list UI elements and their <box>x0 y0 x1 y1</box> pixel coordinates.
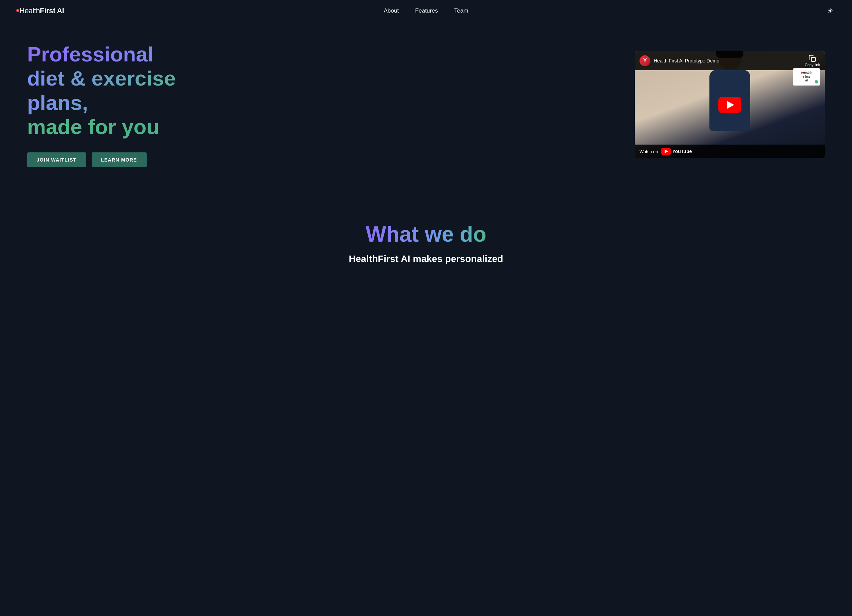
nav-features[interactable]: Features <box>415 8 438 14</box>
section-title: What we do <box>27 222 825 247</box>
hero-section: Professional diet & exercise plans, made… <box>0 22 852 195</box>
learn-more-button[interactable]: LEARN MORE <box>92 152 147 167</box>
video-top-bar: Y Health First AI Prototype Demo Copy li… <box>635 51 825 70</box>
video-channel-info: Y Health First AI Prototype Demo <box>639 55 719 66</box>
hero-title-line1: Professional <box>27 42 204 66</box>
title-word-what: What <box>366 222 418 246</box>
copy-label: Copy link <box>805 63 820 67</box>
video-title: Health First AI Prototype Demo <box>654 58 719 63</box>
youtube-icon <box>661 148 671 155</box>
channel-mini-logo: Health First AI <box>796 71 817 83</box>
hero-buttons: JOIN WAITLIST LEARN MORE <box>27 152 204 167</box>
video-copy-button[interactable]: Copy link <box>805 54 820 67</box>
logo-dot <box>16 9 19 12</box>
nav-team[interactable]: Team <box>454 8 468 14</box>
video-avatar: Y <box>639 55 650 66</box>
what-we-do-section: What we do HealthFirst AI makes personal… <box>0 195 852 278</box>
copy-icon <box>808 54 816 62</box>
title-word-we: we <box>424 222 453 246</box>
svg-rect-0 <box>811 57 816 62</box>
logo: HealthFirst AI <box>16 6 64 15</box>
logo-ai: AI <box>57 6 64 15</box>
header: HealthFirst AI About Features Team ☀ <box>0 0 852 22</box>
youtube-label: YouTube <box>672 149 692 154</box>
hero-title: Professional diet & exercise plans, made… <box>27 42 204 139</box>
hero-text: Professional diet & exercise plans, made… <box>27 42 204 167</box>
channel-mini-card: Health First AI <box>793 68 820 86</box>
channel-green-dot <box>815 80 818 83</box>
logo-first: First <box>40 6 55 15</box>
youtube-logo[interactable]: YouTube <box>661 148 692 155</box>
youtube-play-icon <box>665 149 668 153</box>
video-bottom-bar: Watch on YouTube <box>635 145 825 158</box>
nav-about[interactable]: About <box>384 8 399 14</box>
main-nav: About Features Team <box>384 8 468 14</box>
hero-title-line3: made for you <box>27 115 204 139</box>
play-icon <box>727 101 734 109</box>
join-waitlist-button[interactable]: JOIN WAITLIST <box>27 152 86 167</box>
logo-health: Health <box>20 6 40 15</box>
section-subtitle: HealthFirst AI makes personalized <box>27 254 825 264</box>
hero-video: Y Health First AI Prototype Demo Copy li… <box>635 51 825 158</box>
watch-on-text: Watch on <box>639 149 658 154</box>
play-button[interactable] <box>718 97 741 113</box>
hero-title-line2: diet & exercise plans, <box>27 66 204 115</box>
title-word-do: do <box>460 222 486 246</box>
theme-toggle-button[interactable]: ☀ <box>825 5 836 16</box>
video-container[interactable]: Y Health First AI Prototype Demo Copy li… <box>635 51 825 158</box>
